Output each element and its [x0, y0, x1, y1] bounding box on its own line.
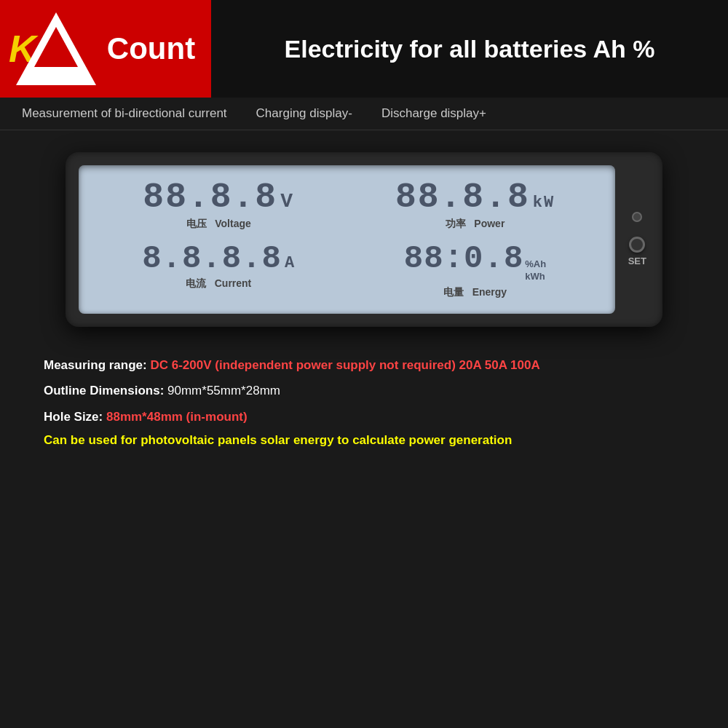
current-value: 8.8.8.8	[142, 242, 282, 274]
energy-unit-bottom: kWh	[525, 271, 546, 283]
set-button-label[interactable]: SET	[628, 256, 646, 266]
hole-label: Hole Size:	[44, 410, 106, 424]
lcd-energy-cell: 88:0.8 %Ah kWh 电量 Energy	[349, 242, 600, 299]
lcd-grid: 88.8.8 V 电压 Voltage 88.8.8 kW	[93, 180, 601, 299]
hole-value: 88mm*48mm (in-mount)	[106, 410, 248, 424]
set-button-circle[interactable]	[629, 237, 645, 253]
energy-label: 电量 Energy	[443, 286, 507, 299]
current-label: 电流 Current	[186, 277, 251, 290]
power-label-cn: 功率	[446, 218, 466, 229]
voltage-label: 电压 Voltage	[186, 218, 251, 231]
lcd-power-cell: 88.8.8 kW 功率 Power	[349, 180, 600, 237]
power-label: 功率 Power	[446, 218, 505, 231]
voltage-label-cn: 电压	[186, 218, 207, 229]
lcd-screen: 88.8.8 V 电压 Voltage 88.8.8 kW	[79, 165, 615, 314]
voltage-value: 88.8.8	[143, 180, 277, 215]
subtitle-text: Measurement of bi-directional current Ch…	[22, 106, 706, 121]
specs-section: Measuring range: DC 6-200V (independent …	[0, 341, 728, 459]
subtitle-bar: Measurement of bi-directional current Ch…	[0, 98, 728, 130]
device-container: 88.8.8 V 电压 Voltage 88.8.8 kW	[0, 130, 728, 341]
device-buttons: SET	[625, 205, 649, 274]
subtitle-item-2: Charging display-	[256, 106, 352, 121]
energy-value: 88:0.8	[404, 242, 523, 274]
current-label-cn: 电流	[186, 277, 206, 289]
header-title: Electricity for all batteries Ah %	[285, 34, 655, 64]
set-button-area[interactable]: SET	[628, 237, 646, 266]
subtitle-item-3: Discharge display+	[381, 106, 486, 121]
logo-triangle-icon	[16, 12, 96, 85]
led-indicator	[632, 212, 642, 222]
measuring-value: DC 6-200V (independent power supply not …	[150, 358, 539, 372]
lcd-current-cell: 8.8.8.8 A 电流 Current	[93, 242, 344, 299]
subtitle-item-1: Measurement of bi-directional current	[22, 106, 227, 121]
energy-label-cn: 电量	[443, 286, 464, 298]
spec-hole: Hole Size: 88mm*48mm (in-mount)	[44, 408, 684, 427]
power-unit: kW	[533, 195, 555, 211]
outline-label: Outline Dimensions:	[44, 384, 164, 397]
energy-label-en: Energy	[472, 286, 507, 298]
current-unit: A	[285, 256, 295, 272]
power-label-en: Power	[474, 218, 505, 229]
measuring-label: Measuring range:	[44, 358, 147, 372]
power-value: 88.8.8	[395, 180, 530, 215]
header: K Count Electricity for all batteries Ah…	[0, 0, 728, 98]
voltage-unit: V	[280, 191, 294, 212]
voltage-label-en: Voltage	[215, 218, 251, 229]
spec-solar: Can be used for photovoltaic panels sola…	[44, 433, 684, 448]
logo-area: K Count	[0, 0, 211, 98]
current-label-en: Current	[215, 277, 252, 289]
outline-value: 90mm*55mm*28mm	[167, 384, 280, 397]
energy-unit-top: %Ah	[525, 258, 546, 271]
spec-outline: Outline Dimensions: 90mm*55mm*28mm	[44, 381, 684, 400]
spec-measuring: Measuring range: DC 6-200V (independent …	[44, 356, 684, 375]
logo-count-text: Count	[107, 31, 195, 66]
device-outer: 88.8.8 V 电压 Voltage 88.8.8 kW	[66, 152, 662, 327]
lcd-voltage-cell: 88.8.8 V 电压 Voltage	[93, 180, 344, 237]
header-title-area: Electricity for all batteries Ah %	[211, 0, 728, 98]
